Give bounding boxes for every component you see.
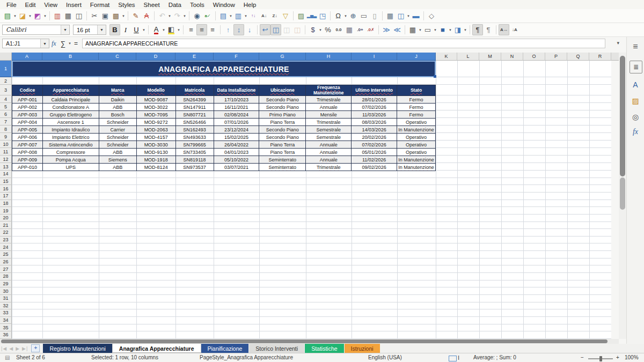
chevron-down-icon[interactable]: ▼ xyxy=(61,25,69,34)
column-header-H[interactable]: H xyxy=(306,53,352,61)
sort-icon[interactable]: ↑↓ xyxy=(248,10,259,21)
chevron-down-icon[interactable]: ▼ xyxy=(121,10,126,21)
row-header-16[interactable]: 16 xyxy=(0,185,12,193)
data-cell[interactable]: SN733405 xyxy=(176,149,214,156)
column-header-A[interactable]: A xyxy=(12,53,42,61)
font-name-select[interactable]: Calibri ▼ xyxy=(2,25,70,35)
spelling-icon[interactable]: a✓ xyxy=(202,10,213,21)
chevron-down-icon[interactable]: ▼ xyxy=(162,24,166,35)
row-header-14[interactable]: 14 xyxy=(0,171,12,178)
data-cell[interactable]: Carrier xyxy=(99,126,137,134)
data-cell[interactable]: Operativo xyxy=(397,141,436,149)
function-wizard-icon[interactable]: fx xyxy=(52,40,56,48)
data-cell[interactable]: Piano Terra xyxy=(259,149,306,156)
data-cell[interactable]: APP-006 xyxy=(12,134,43,141)
formula-icon[interactable]: = xyxy=(74,40,78,47)
row-header-36[interactable]: 36 xyxy=(0,331,12,339)
data-cell[interactable]: Annuale xyxy=(306,156,352,164)
cut-icon[interactable]: ✂ xyxy=(89,10,100,21)
chevron-down-icon[interactable]: ▼ xyxy=(448,24,452,35)
column-header-J[interactable]: J xyxy=(397,53,436,61)
menu-tools[interactable]: Tools xyxy=(186,0,209,9)
menu-styles[interactable]: Styles xyxy=(114,0,139,9)
insert-column-icon[interactable]: ▥ xyxy=(233,10,244,21)
sheet-tab-istruzioni[interactable]: Istruzioni xyxy=(345,344,380,353)
chevron-down-icon[interactable]: ▼ xyxy=(167,10,172,21)
paste-icon[interactable]: ▩ xyxy=(111,10,121,21)
row-header-7[interactable]: 7 xyxy=(0,118,12,125)
chevron-down-icon[interactable]: ▼ xyxy=(68,42,71,45)
new-document-icon[interactable]: ▤ xyxy=(2,10,13,21)
font-size-select[interactable]: 16 pt ▼ xyxy=(73,25,106,35)
sheet-tab-statistiche[interactable]: Statistiche xyxy=(305,344,343,353)
menu-edit[interactable]: Edit xyxy=(21,0,40,9)
language-info[interactable]: English (USA) xyxy=(368,354,402,360)
styles-panel-icon[interactable]: A xyxy=(630,79,641,91)
data-cell[interactable]: APP-009 xyxy=(12,156,43,164)
sheet-tab-storico-interventi[interactable]: Storico Interventi xyxy=(249,344,304,353)
bold-icon[interactable]: B xyxy=(109,24,120,35)
data-cell[interactable]: 14/03/2026 xyxy=(352,126,397,134)
data-cell[interactable]: Secondo Piano xyxy=(259,104,306,111)
data-cell[interactable]: Piano Terra xyxy=(259,119,306,126)
data-cell[interactable]: Fermo xyxy=(397,111,436,119)
data-cell[interactable]: SN147911 xyxy=(176,104,214,111)
increase-indent-icon[interactable]: ≫ xyxy=(381,24,392,35)
headers-footers-icon[interactable]: ▯ xyxy=(369,10,380,21)
comment-icon[interactable]: ▭ xyxy=(358,10,369,21)
insert-pivot-table-icon[interactable]: ◳ xyxy=(317,10,328,21)
data-cell[interactable]: Trimestrale xyxy=(306,164,352,171)
menu-help[interactable]: Help xyxy=(239,0,261,9)
copy-icon[interactable]: ▣ xyxy=(100,10,111,21)
data-cell[interactable]: Caldaia Principale xyxy=(43,96,99,104)
vertical-scrollbar[interactable] xyxy=(619,53,626,339)
row-header-26[interactable]: 26 xyxy=(0,258,12,266)
row-header-19[interactable]: 19 xyxy=(0,207,12,215)
row-header-1[interactable]: 1 xyxy=(0,61,12,77)
chevron-down-icon[interactable]: ▼ xyxy=(28,10,32,21)
data-cell[interactable]: SN973537 xyxy=(176,164,214,171)
data-cell[interactable]: Bosch xyxy=(99,111,137,119)
row-header-32[interactable]: 32 xyxy=(0,302,12,310)
data-cell[interactable]: APP-008 xyxy=(12,149,43,156)
column-header-K[interactable]: K xyxy=(436,53,457,61)
data-cell[interactable]: ABB xyxy=(99,104,137,111)
column-header-B[interactable]: B xyxy=(42,53,99,61)
borders-icon[interactable]: ▦ xyxy=(407,24,418,35)
column-header-R[interactable]: R xyxy=(589,53,611,61)
data-cell[interactable]: MOD-9272 xyxy=(137,119,176,126)
column-header-G[interactable]: G xyxy=(259,53,306,61)
data-cell[interactable]: 09/02/2026 xyxy=(352,164,397,171)
chevron-down-icon[interactable]: ▼ xyxy=(177,24,181,35)
row-header-24[interactable]: 24 xyxy=(0,243,12,251)
functions-panel-icon[interactable]: fx xyxy=(630,126,641,138)
row-header-17[interactable]: 17 xyxy=(0,193,12,200)
percent-format-icon[interactable]: % xyxy=(323,24,333,35)
data-cell[interactable]: UPS xyxy=(43,164,99,171)
horizontal-scrollbar-thumb[interactable] xyxy=(1,339,608,343)
text-orientation-icon[interactable]: A↔ xyxy=(499,24,509,35)
data-cell[interactable]: In Manutenzione xyxy=(397,126,436,134)
header-cell-matricola[interactable]: Matricola xyxy=(176,85,214,96)
row-header-6[interactable]: 6 xyxy=(0,110,12,118)
print-preview-icon[interactable]: ◫ xyxy=(74,10,84,21)
row-header-9[interactable]: 9 xyxy=(0,133,12,141)
freeze-panes-icon[interactable]: ◫ xyxy=(396,10,406,21)
row-header-28[interactable]: 28 xyxy=(0,273,12,280)
row-header-23[interactable]: 23 xyxy=(0,237,12,244)
column-header-M[interactable]: M xyxy=(479,53,501,61)
chevron-down-icon[interactable]: ▼ xyxy=(418,24,422,35)
data-cell[interactable]: Operativo xyxy=(397,149,436,156)
merged-title-cell[interactable]: ANAGRAFICA APPARECCHIATURE xyxy=(12,61,436,77)
column-header-F[interactable]: F xyxy=(214,53,259,61)
autofilter-icon[interactable]: ▽ xyxy=(280,10,291,21)
column-header-L[interactable]: L xyxy=(457,53,479,61)
wrap-text-icon[interactable]: ↩ xyxy=(260,24,270,35)
align-top-icon[interactable]: ↑ xyxy=(223,24,233,35)
column-header-C[interactable]: C xyxy=(99,53,136,61)
first-sheet-icon[interactable]: |◀ xyxy=(0,346,8,351)
conditional-formatting-icon[interactable]: ◨ xyxy=(452,24,463,35)
data-cell[interactable]: APP-004 xyxy=(12,119,43,126)
chevron-down-icon[interactable]: ▼ xyxy=(13,10,17,21)
column-header-I[interactable]: I xyxy=(352,53,397,61)
